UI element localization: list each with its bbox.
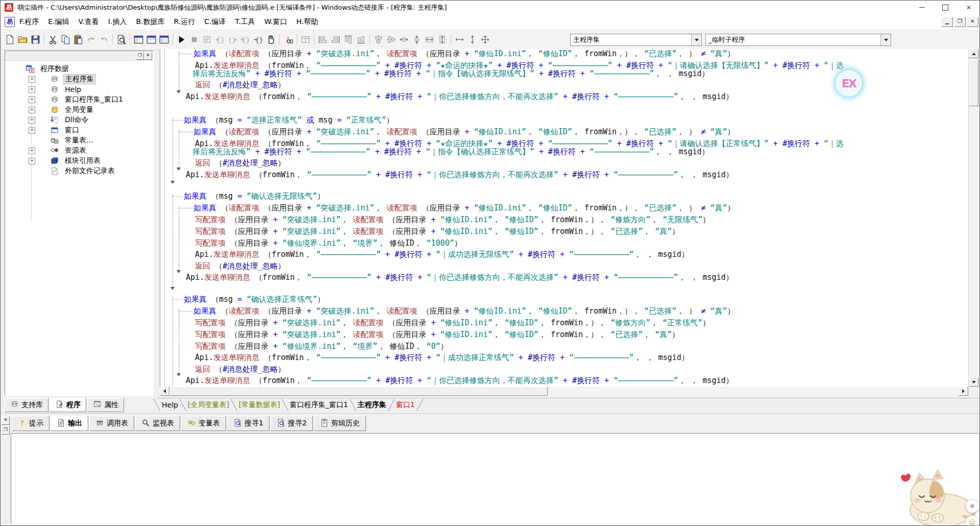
editor-tab-5[interactable]: 主程序集: [353, 400, 391, 410]
undo-icon-button[interactable]: [97, 33, 110, 46]
cut-icon-button[interactable]: [46, 33, 59, 46]
tree-root-item[interactable]: 程序数据: [5, 64, 153, 74]
sameW-icon-button[interactable]: [423, 33, 436, 46]
tree-item-var-3[interactable]: +全局变量: [5, 105, 153, 115]
tree-item-res-7[interactable]: +资源表: [5, 146, 153, 156]
tree-item-ext-9[interactable]: 外部文件记录表: [5, 166, 153, 176]
hand-icon-button[interactable]: [264, 33, 277, 46]
bottom-tab-6[interactable]: 搜寻1: [227, 416, 270, 431]
tree-item-asm-1[interactable]: +Help: [5, 84, 153, 94]
bottom-panel-close-button[interactable]: ✕: [2, 416, 10, 425]
code-line-24[interactable]: Api.发送单聊消息 （fromWin， “————————————” + #换…: [195, 353, 689, 362]
code-line-13[interactable]: 写配置项 （应用目录 + “突破选择.ini”， 读配置项 （应用目录 + “修…: [195, 216, 710, 224]
menu-item-r[interactable]: R.运行: [169, 17, 200, 27]
bottom-tab-3[interactable]: 调用表: [89, 416, 134, 431]
sizeW-icon-button[interactable]: [453, 33, 466, 46]
expand-plus-icon[interactable]: +: [29, 107, 35, 113]
code-line-12[interactable]: 如果真 （读配置项 （应用目录 + “突破选择.ini”， 读配置项 （应用目录…: [193, 204, 734, 212]
expand-plus-icon[interactable]: +: [29, 148, 35, 154]
maximize-button[interactable]: [934, 1, 957, 14]
workspace-tab-lib[interactable]: 支持库: [5, 398, 48, 412]
alignB-icon-button[interactable]: [355, 33, 368, 46]
code-line-19[interactable]: 如果真 （msg = “确认选择正常练气”）: [184, 295, 325, 304]
tree-item-asm-0[interactable]: +主程序集: [5, 74, 153, 84]
code-line-10[interactable]: Api.发送单聊消息 （fromWin， “————————————” + #换…: [186, 171, 733, 179]
tree-item-win-5[interactable]: +窗口: [5, 125, 153, 135]
code-line-2[interactable]: 择后将无法反悔” + #换行符 + “————————————” + #换行符 …: [192, 69, 709, 78]
smiley-badge-icon[interactable]: ☺: [965, 515, 979, 526]
bottom-tab-7[interactable]: 搜寻2: [271, 416, 313, 431]
scroll-up-button[interactable]: [969, 49, 978, 58]
code-line-16[interactable]: Api.发送单聊消息 （fromWin， “————————————” + #换…: [195, 250, 689, 259]
layoutG-icon-button[interactable]: [158, 33, 170, 46]
winico-icon-button[interactable]: [299, 33, 312, 46]
code-line-20[interactable]: 如果真 （读配置项 （应用目录 + “突破选择.ini”， 读配置项 （应用目录…: [193, 307, 734, 316]
menu-item-b[interactable]: B.数据库: [131, 17, 169, 27]
editor-tab-2[interactable]: [全局变量表]: [183, 400, 234, 410]
tree-item-dll-4[interactable]: +Dll命令: [5, 115, 153, 125]
spaceV-icon-button[interactable]: [410, 33, 423, 46]
copy-icon-button[interactable]: [59, 33, 72, 46]
scroll-down-button[interactable]: [969, 377, 978, 387]
code-line-6[interactable]: 如果真 （读配置项 （应用目录 + “突破选择.ini”， 读配置项 （应用目录…: [193, 128, 734, 136]
run-icon-button[interactable]: [175, 33, 188, 46]
close-button[interactable]: ✕: [957, 1, 980, 14]
editor-tab-6[interactable]: 窗口1: [391, 400, 420, 410]
tree-item-const-6[interactable]: 常量表...: [5, 135, 153, 146]
menu-item-h[interactable]: H.帮助: [291, 17, 323, 27]
minimize-button[interactable]: [910, 1, 934, 14]
bottom-tab-8[interactable]: 剪辑历史: [314, 416, 366, 431]
save-icon-button[interactable]: [29, 33, 42, 46]
dbg2-icon-button[interactable]: {}: [213, 33, 226, 46]
code-editor[interactable]: 如果真 （读配置项 （应用目录 + “突破选择.ini”， 读配置项 （应用目录…: [160, 49, 969, 387]
code-line-9[interactable]: 返回 （#消息处理_忽略）: [195, 159, 285, 168]
output-area[interactable]: [11, 433, 978, 524]
panel-float-button[interactable]: ❐: [136, 52, 144, 60]
new-icon-button[interactable]: [4, 33, 16, 46]
code-line-4[interactable]: Api.发送单聊消息 （fromWin， “————————————” + #换…: [186, 92, 733, 101]
workspace-tab-prop[interactable]: 属性: [87, 398, 124, 412]
open-icon-button[interactable]: [16, 33, 29, 46]
chevron-down-icon[interactable]: [880, 34, 891, 45]
bottom-tab-4[interactable]: 监视表: [135, 416, 180, 431]
vertical-scrollbar[interactable]: [968, 49, 978, 387]
editor-tab-3[interactable]: [常量数据表]: [234, 400, 285, 410]
alignR-icon-button[interactable]: [329, 33, 342, 46]
code-line-22[interactable]: 写配置项 （应用目录 + “突破选择.ini”， 读配置项 （应用目录 + “修…: [195, 330, 679, 339]
layoutL-icon-button[interactable]: [132, 33, 145, 46]
menu-item-w[interactable]: W.窗口: [260, 17, 292, 27]
code-line-18[interactable]: Api.发送单聊消息 （fromWin， “————————————” + #换…: [186, 273, 733, 282]
dbg1-icon-button[interactable]: [201, 33, 213, 46]
code-line-23[interactable]: 写配置项 （应用目录 + “修仙境界.ini”， “境界”， 修仙ID， “0”…: [195, 342, 448, 351]
redo-icon-button[interactable]: [85, 33, 97, 46]
sameH-icon-button[interactable]: [436, 33, 449, 46]
finddoc-icon-button[interactable]: [115, 33, 128, 46]
bottom-panel-float-button[interactable]: ❐: [2, 426, 10, 435]
code-line-26[interactable]: Api.发送单聊消息 （fromWin， “————————————” + #换…: [186, 376, 733, 385]
horizontal-scrollbar[interactable]: [160, 387, 968, 396]
code-line-25[interactable]: 返回 （#消息处理_忽略）: [195, 365, 285, 374]
dbg5-icon-button[interactable]: {}: [252, 33, 264, 46]
centerH-icon-button[interactable]: [372, 33, 385, 46]
expand-plus-icon[interactable]: +: [29, 86, 35, 93]
assembly-combobox[interactable]: 主程序集: [570, 34, 702, 46]
menu-item-v[interactable]: V.查看: [74, 17, 104, 27]
menu-item-c[interactable]: C.编译: [200, 17, 230, 27]
flower-badge-icon[interactable]: ❀: [965, 499, 979, 513]
expand-plus-icon[interactable]: +: [29, 76, 35, 83]
tree-item-mod-8[interactable]: +模块引用表: [5, 156, 153, 166]
scroll-left-button[interactable]: [160, 387, 169, 396]
menu-item-f[interactable]: F.程序: [15, 17, 43, 27]
tree-item-asm-2[interactable]: +窗口程序集_窗口1: [5, 94, 153, 105]
bottom-tab-2[interactable]: 输出: [51, 416, 88, 431]
expand-plus-icon[interactable]: +: [29, 117, 35, 124]
editor-tab-1[interactable]: Help: [157, 401, 183, 409]
code-line-8[interactable]: 择后将无法反悔” + #换行符 + “————————————” + #换行符 …: [192, 148, 709, 156]
expand-plus-icon[interactable]: +: [29, 97, 35, 103]
code-line-14[interactable]: 写配置项 （应用目录 + “突破选择.ini”， 读配置项 （应用目录 + “修…: [195, 227, 679, 236]
bottom-tab-1[interactable]: ?提示: [12, 416, 50, 431]
workspace-tab-prog[interactable]: 程序: [50, 398, 86, 412]
centerV-icon-button[interactable]: [385, 33, 398, 46]
horizontal-scroll-thumb[interactable]: [170, 387, 548, 396]
dbg4-icon-button[interactable]: {}: [239, 33, 252, 46]
